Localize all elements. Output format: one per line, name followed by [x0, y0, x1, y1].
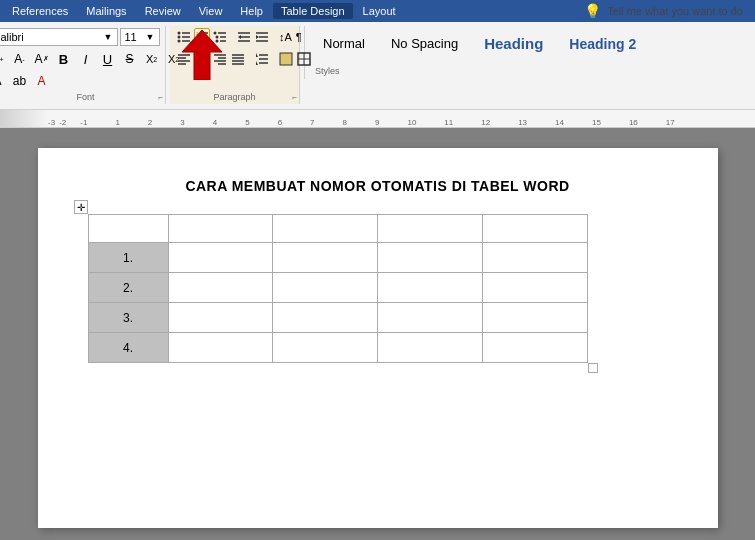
row1-cell-2[interactable]	[168, 243, 273, 273]
font-name-selector[interactable]: Calibri ▼	[0, 28, 118, 46]
sort-button[interactable]: ↕A	[278, 28, 293, 46]
svg-point-13	[214, 32, 217, 35]
font-group-label: Font	[6, 92, 165, 102]
styles-group: Normal No Spacing Heading Heading 2 Styl…	[304, 26, 749, 79]
svg-marker-46	[256, 53, 258, 57]
numbering-button[interactable]: 1.2.3.	[194, 28, 210, 46]
svg-marker-22	[238, 35, 241, 39]
row1-num-cell[interactable]: 1.	[88, 243, 168, 273]
row1-cell-5[interactable]	[482, 243, 587, 273]
document-area: Mahmudan CARA MEMBUAT NOMOR OTOMATIS DI …	[0, 128, 755, 540]
font-shrink-button[interactable]: A-	[10, 50, 30, 68]
font-group: Calibri ▼ 11 ▼ A+ A- A✗ B I U S X2 X2	[6, 26, 166, 104]
decrease-indent-button[interactable]	[236, 28, 252, 46]
text-effects-button[interactable]: A	[0, 72, 8, 90]
text-highlight-button[interactable]: ab	[10, 72, 30, 90]
row3-cell-2[interactable]	[168, 303, 273, 333]
header-cell-2[interactable]	[168, 215, 273, 243]
header-cell-4[interactable]	[378, 215, 483, 243]
ribbon: Calibri ▼ 11 ▼ A+ A- A✗ B I U S X2 X2	[0, 22, 755, 110]
align-center-button[interactable]	[194, 50, 210, 68]
paragraph-group: 1.2.3. ↕A ¶	[170, 26, 300, 104]
font-format-row: A+ A- A✗ B I U S X2 X2	[0, 50, 184, 68]
align-right-button[interactable]	[212, 50, 228, 68]
table-resize-handle[interactable]	[588, 363, 598, 373]
header-cell-3[interactable]	[273, 215, 378, 243]
document-page[interactable]: CARA MEMBUAT NOMOR OTOMATIS DI TABEL WOR…	[38, 148, 718, 528]
italic-button[interactable]: I	[76, 50, 96, 68]
row3-cell-5[interactable]	[482, 303, 587, 333]
clear-format-button[interactable]: A✗	[32, 50, 52, 68]
row4-num-cell[interactable]: 4.	[88, 333, 168, 363]
bold-button[interactable]: B	[54, 50, 74, 68]
svg-point-1	[178, 32, 181, 35]
justify-button[interactable]	[230, 50, 246, 68]
row4-cell-5[interactable]	[482, 333, 587, 363]
menu-references[interactable]: References	[4, 3, 76, 19]
font-color-button[interactable]: A	[32, 72, 52, 90]
row2-num-cell[interactable]: 2.	[88, 273, 168, 303]
menu-layout[interactable]: Layout	[355, 3, 404, 19]
font-color-row: A ab A	[0, 72, 184, 90]
font-name-row: Calibri ▼ 11 ▼	[0, 28, 184, 46]
borders-button[interactable]	[296, 50, 312, 68]
paragraph-list-row: 1.2.3. ↕A ¶	[176, 28, 293, 46]
increase-indent-button[interactable]	[254, 28, 270, 46]
row4-cell-3[interactable]	[273, 333, 378, 363]
svg-point-3	[178, 36, 181, 39]
table-move-handle[interactable]: ✛	[74, 200, 88, 214]
shading-button[interactable]	[278, 50, 294, 68]
font-group-expand-icon[interactable]: ⌐	[158, 93, 163, 102]
ruler-marks: -3 -2 -1 1 2 3 4 5 6 7 8 9 10 11 12 13 1…	[48, 110, 675, 127]
font-size-dropdown-icon: ▼	[146, 32, 155, 42]
svg-rect-48	[280, 53, 292, 65]
row3-num-cell[interactable]: 3.	[88, 303, 168, 333]
subscript-button[interactable]: X2	[142, 50, 162, 68]
underline-button[interactable]: U	[98, 50, 118, 68]
header-cell-5[interactable]	[482, 215, 587, 243]
svg-text:3.: 3.	[196, 39, 199, 44]
paragraph-group-expand-icon[interactable]: ⌐	[292, 93, 297, 102]
table-row: 3.	[88, 303, 587, 333]
ruler: -3 -2 -1 1 2 3 4 5 6 7 8 9 10 11 12 13 1…	[0, 110, 755, 128]
lightbulb-icon: 💡	[584, 3, 601, 19]
row1-cell-3[interactable]	[273, 243, 378, 273]
show-hide-button[interactable]: ¶	[295, 28, 303, 46]
style-normal-item[interactable]: Normal	[313, 33, 375, 54]
row2-cell-3[interactable]	[273, 273, 378, 303]
style-heading1-item[interactable]: Heading	[474, 32, 553, 55]
font-grow-button[interactable]: A+	[0, 50, 8, 68]
align-left-button[interactable]	[176, 50, 192, 68]
row4-cell-4[interactable]	[378, 333, 483, 363]
menu-view[interactable]: View	[191, 3, 231, 19]
style-heading2-item[interactable]: Heading 2	[559, 33, 646, 55]
font-size-selector[interactable]: 11 ▼	[120, 28, 160, 46]
header-cell-1[interactable]	[88, 215, 168, 243]
style-nospacing-item[interactable]: No Spacing	[381, 33, 468, 54]
help-area: 💡 Tell me what you want to do	[406, 3, 751, 19]
bullets-button[interactable]	[176, 28, 192, 46]
font-size-value: 11	[125, 31, 137, 43]
row2-cell-5[interactable]	[482, 273, 587, 303]
row2-cell-2[interactable]	[168, 273, 273, 303]
paragraph-group-label: Paragraph	[170, 92, 299, 102]
menu-mailings[interactable]: Mailings	[78, 3, 134, 19]
row3-cell-4[interactable]	[378, 303, 483, 333]
menu-help[interactable]: Help	[232, 3, 271, 19]
font-name-dropdown-icon: ▼	[104, 32, 113, 42]
svg-marker-47	[256, 61, 258, 65]
paragraph-align-row	[176, 50, 293, 68]
row1-cell-4[interactable]	[378, 243, 483, 273]
menu-review[interactable]: Review	[137, 3, 189, 19]
strikethrough-button[interactable]: S	[120, 50, 140, 68]
menu-table-design[interactable]: Table Design	[273, 3, 353, 19]
row4-cell-2[interactable]	[168, 333, 273, 363]
svg-marker-26	[256, 35, 259, 39]
row2-cell-4[interactable]	[378, 273, 483, 303]
table-header-row	[88, 215, 587, 243]
multilevel-list-button[interactable]	[212, 28, 228, 46]
line-spacing-button[interactable]	[254, 50, 270, 68]
row3-cell-3[interactable]	[273, 303, 378, 333]
svg-point-15	[216, 36, 219, 39]
help-text[interactable]: Tell me what you want to do	[607, 5, 743, 17]
